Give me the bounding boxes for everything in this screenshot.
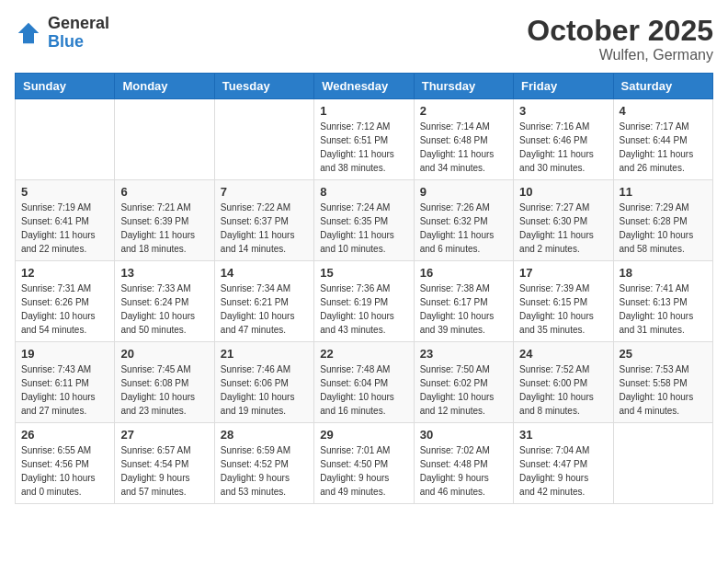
calendar-cell: 25Sunrise: 7:53 AM Sunset: 5:58 PM Dayli… — [613, 342, 712, 423]
day-number: 30 — [420, 428, 507, 442]
month-title: October 2025 — [527, 15, 713, 47]
day-info: Sunrise: 7:29 AM Sunset: 6:28 PM Dayligh… — [620, 201, 707, 256]
logo-general-text: General — [48, 14, 109, 32]
day-number: 31 — [519, 428, 607, 442]
day-number: 19 — [21, 347, 108, 361]
calendar-cell: 6Sunrise: 7:21 AM Sunset: 6:39 PM Daylig… — [115, 180, 214, 261]
day-info: Sunrise: 6:59 AM Sunset: 4:52 PM Dayligh… — [221, 443, 308, 499]
week-row-4: 19Sunrise: 7:43 AM Sunset: 6:11 PM Dayli… — [16, 342, 713, 423]
calendar-cell: 21Sunrise: 7:46 AM Sunset: 6:06 PM Dayli… — [214, 342, 313, 423]
day-info: Sunrise: 7:16 AM Sunset: 6:46 PM Dayligh… — [519, 120, 607, 175]
location-subtitle: Wulfen, Germany — [527, 47, 713, 63]
day-number: 6 — [120, 185, 208, 199]
weekday-header-monday: Monday — [115, 74, 214, 99]
day-info: Sunrise: 6:57 AM Sunset: 4:54 PM Dayligh… — [120, 443, 208, 499]
weekday-header-friday: Friday — [514, 74, 613, 99]
calendar-cell: 28Sunrise: 6:59 AM Sunset: 4:52 PM Dayli… — [214, 423, 313, 504]
calendar-cell: 11Sunrise: 7:29 AM Sunset: 6:28 PM Dayli… — [613, 180, 712, 261]
weekday-header-wednesday: Wednesday — [314, 74, 414, 99]
week-row-2: 5Sunrise: 7:19 AM Sunset: 6:41 PM Daylig… — [16, 180, 713, 261]
day-number: 1 — [320, 104, 407, 118]
day-info: Sunrise: 7:46 AM Sunset: 6:06 PM Dayligh… — [221, 362, 308, 418]
day-number: 13 — [120, 266, 208, 280]
day-number: 7 — [221, 185, 308, 199]
day-number: 5 — [21, 185, 108, 199]
day-number: 3 — [519, 104, 607, 118]
day-info: Sunrise: 7:19 AM Sunset: 6:41 PM Dayligh… — [21, 201, 108, 256]
calendar-cell: 2Sunrise: 7:14 AM Sunset: 6:48 PM Daylig… — [414, 99, 513, 180]
calendar-cell — [16, 99, 115, 180]
day-info: Sunrise: 7:36 AM Sunset: 6:19 PM Dayligh… — [320, 282, 407, 337]
week-row-5: 26Sunrise: 6:55 AM Sunset: 4:56 PM Dayli… — [16, 423, 713, 504]
day-number: 4 — [620, 104, 707, 118]
day-number: 12 — [21, 266, 108, 280]
day-number: 14 — [221, 266, 308, 280]
day-info: Sunrise: 7:27 AM Sunset: 6:30 PM Dayligh… — [519, 201, 607, 256]
logo: General Blue — [15, 15, 109, 52]
day-number: 24 — [519, 347, 607, 361]
calendar-cell: 3Sunrise: 7:16 AM Sunset: 6:46 PM Daylig… — [514, 99, 613, 180]
day-info: Sunrise: 7:12 AM Sunset: 6:51 PM Dayligh… — [320, 120, 407, 175]
week-row-3: 12Sunrise: 7:31 AM Sunset: 6:26 PM Dayli… — [16, 261, 713, 342]
calendar-cell: 30Sunrise: 7:02 AM Sunset: 4:48 PM Dayli… — [414, 423, 513, 504]
day-info: Sunrise: 7:31 AM Sunset: 6:26 PM Dayligh… — [21, 282, 108, 337]
calendar-cell: 9Sunrise: 7:26 AM Sunset: 6:32 PM Daylig… — [414, 180, 513, 261]
calendar-cell: 22Sunrise: 7:48 AM Sunset: 6:04 PM Dayli… — [314, 342, 414, 423]
day-info: Sunrise: 7:21 AM Sunset: 6:39 PM Dayligh… — [120, 201, 208, 256]
day-number: 9 — [420, 185, 507, 199]
day-info: Sunrise: 7:52 AM Sunset: 6:00 PM Dayligh… — [519, 362, 607, 418]
day-info: Sunrise: 7:26 AM Sunset: 6:32 PM Dayligh… — [420, 201, 507, 256]
svg-marker-1 — [18, 23, 40, 44]
calendar-cell — [214, 99, 313, 180]
weekday-header-row: SundayMondayTuesdayWednesdayThursdayFrid… — [16, 74, 713, 99]
day-info: Sunrise: 7:39 AM Sunset: 6:15 PM Dayligh… — [519, 282, 607, 337]
week-row-1: 1Sunrise: 7:12 AM Sunset: 6:51 PM Daylig… — [16, 99, 713, 180]
calendar-cell: 14Sunrise: 7:34 AM Sunset: 6:21 PM Dayli… — [214, 261, 313, 342]
day-number: 25 — [620, 347, 707, 361]
day-info: Sunrise: 7:38 AM Sunset: 6:17 PM Dayligh… — [420, 282, 507, 337]
day-info: Sunrise: 7:33 AM Sunset: 6:24 PM Dayligh… — [120, 282, 208, 337]
logo-blue-text: Blue — [48, 32, 84, 51]
weekday-header-sunday: Sunday — [16, 74, 115, 99]
day-info: Sunrise: 7:43 AM Sunset: 6:11 PM Dayligh… — [21, 362, 108, 418]
calendar-cell: 10Sunrise: 7:27 AM Sunset: 6:30 PM Dayli… — [514, 180, 613, 261]
calendar-cell: 16Sunrise: 7:38 AM Sunset: 6:17 PM Dayli… — [414, 261, 513, 342]
calendar-cell: 4Sunrise: 7:17 AM Sunset: 6:44 PM Daylig… — [613, 99, 712, 180]
calendar-table: SundayMondayTuesdayWednesdayThursdayFrid… — [15, 73, 713, 504]
weekday-header-tuesday: Tuesday — [214, 74, 313, 99]
day-number: 21 — [221, 347, 308, 361]
day-number: 26 — [21, 428, 108, 442]
day-number: 17 — [519, 266, 607, 280]
calendar-cell: 20Sunrise: 7:45 AM Sunset: 6:08 PM Dayli… — [115, 342, 214, 423]
page-header: General Blue October 2025 Wulfen, German… — [15, 15, 713, 63]
calendar-cell: 15Sunrise: 7:36 AM Sunset: 6:19 PM Dayli… — [314, 261, 414, 342]
calendar-cell: 13Sunrise: 7:33 AM Sunset: 6:24 PM Dayli… — [115, 261, 214, 342]
day-info: Sunrise: 6:55 AM Sunset: 4:56 PM Dayligh… — [21, 443, 108, 499]
calendar-cell: 24Sunrise: 7:52 AM Sunset: 6:00 PM Dayli… — [514, 342, 613, 423]
calendar-cell: 19Sunrise: 7:43 AM Sunset: 6:11 PM Dayli… — [16, 342, 115, 423]
day-number: 2 — [420, 104, 507, 118]
day-number: 23 — [420, 347, 507, 361]
day-number: 16 — [420, 266, 507, 280]
day-info: Sunrise: 7:45 AM Sunset: 6:08 PM Dayligh… — [120, 362, 208, 418]
calendar-cell: 29Sunrise: 7:01 AM Sunset: 4:50 PM Dayli… — [314, 423, 414, 504]
day-info: Sunrise: 7:04 AM Sunset: 4:47 PM Dayligh… — [519, 443, 607, 499]
day-info: Sunrise: 7:50 AM Sunset: 6:02 PM Dayligh… — [420, 362, 507, 418]
day-info: Sunrise: 7:17 AM Sunset: 6:44 PM Dayligh… — [620, 120, 707, 175]
day-info: Sunrise: 7:24 AM Sunset: 6:35 PM Dayligh… — [320, 201, 407, 256]
weekday-header-thursday: Thursday — [414, 74, 513, 99]
calendar-cell — [115, 99, 214, 180]
day-number: 10 — [519, 185, 607, 199]
calendar-cell — [613, 423, 712, 504]
calendar-cell: 5Sunrise: 7:19 AM Sunset: 6:41 PM Daylig… — [16, 180, 115, 261]
calendar-cell: 12Sunrise: 7:31 AM Sunset: 6:26 PM Dayli… — [16, 261, 115, 342]
day-info: Sunrise: 7:48 AM Sunset: 6:04 PM Dayligh… — [320, 362, 407, 418]
day-info: Sunrise: 7:22 AM Sunset: 6:37 PM Dayligh… — [221, 201, 308, 256]
calendar-cell: 8Sunrise: 7:24 AM Sunset: 6:35 PM Daylig… — [314, 180, 414, 261]
day-info: Sunrise: 7:02 AM Sunset: 4:48 PM Dayligh… — [420, 443, 507, 499]
calendar-cell: 17Sunrise: 7:39 AM Sunset: 6:15 PM Dayli… — [514, 261, 613, 342]
title-block: October 2025 Wulfen, Germany — [527, 15, 713, 63]
day-number: 11 — [620, 185, 707, 199]
day-number: 8 — [320, 185, 407, 199]
weekday-header-saturday: Saturday — [613, 74, 712, 99]
